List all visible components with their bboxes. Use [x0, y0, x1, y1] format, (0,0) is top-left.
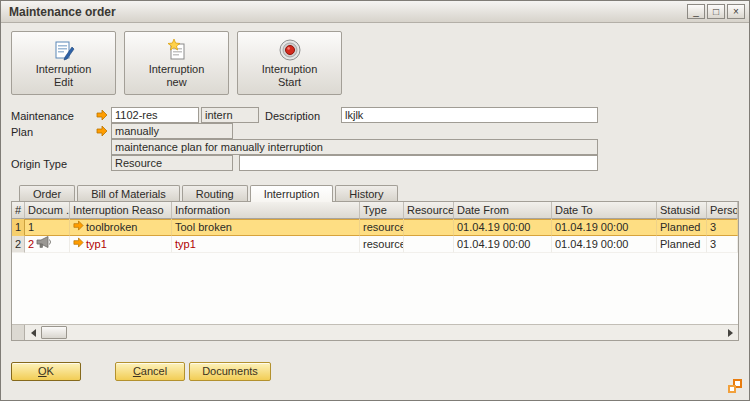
documents-label: Documents — [202, 365, 258, 377]
tab-strip: Order Bill of Materials Routing Interrup… — [19, 185, 400, 202]
plan-field[interactable]: manually — [111, 123, 233, 139]
link-arrow-icon[interactable] — [96, 125, 108, 137]
scroll-right-button[interactable] — [722, 325, 738, 340]
minimize-button[interactable]: _ — [687, 4, 705, 19]
maximize-icon: □ — [713, 7, 719, 17]
maintenance-order-dialog: Maintenance order _ □ × Interruption E — [0, 0, 750, 401]
description-field[interactable]: lkjlk — [341, 107, 598, 123]
date-from-cell[interactable]: 01.04.19 00:00 — [454, 219, 552, 236]
toolbar: Interruption Edit Interruption new — [11, 31, 342, 95]
information-cell[interactable]: typ1 — [172, 236, 360, 253]
column-header[interactable]: Date From — [454, 202, 552, 219]
resize-grip-icon[interactable] — [728, 379, 742, 393]
type-cell[interactable]: resource — [360, 236, 404, 253]
column-header[interactable]: # — [12, 202, 25, 219]
maintenance-code-field[interactable]: 1102-res — [111, 107, 199, 123]
row-number-cell[interactable]: 2 — [12, 236, 25, 253]
button-label-line2: Edit — [54, 76, 73, 89]
interruption-edit-button[interactable]: Interruption Edit — [11, 31, 116, 95]
link-arrow-icon[interactable] — [96, 109, 108, 121]
date-to-cell[interactable]: 01.04.19 00:00 — [552, 236, 657, 253]
scrollbar-corner — [12, 325, 25, 340]
scroll-left-button[interactable] — [25, 325, 41, 340]
button-label-line1: Interruption — [149, 63, 205, 76]
titlebar: Maintenance order _ □ × — [1, 1, 749, 23]
column-header[interactable]: Information — [172, 202, 360, 219]
row-number-cell[interactable]: 1 — [12, 219, 25, 236]
tab-routing[interactable]: Routing — [182, 185, 248, 201]
ok-label-accelerator: O — [38, 365, 47, 377]
document-number: 2 — [28, 236, 34, 253]
resource-cell[interactable] — [404, 219, 454, 236]
tab-bill-of-materials[interactable]: Bill of Materials — [77, 185, 180, 201]
maintenance-label: Maintenance — [11, 110, 74, 122]
button-label-line2: new — [166, 76, 186, 89]
personnel-cell[interactable]: 3 — [707, 236, 738, 253]
megaphone-icon — [36, 236, 52, 253]
type-cell[interactable]: resource — [360, 219, 404, 236]
interruption-reason-cell[interactable]: typ1 — [70, 236, 172, 253]
column-header[interactable]: Statusid — [657, 202, 707, 219]
origin-type-label: Origin Type — [11, 158, 67, 170]
column-header[interactable]: Type — [360, 202, 404, 219]
scrollbar-thumb[interactable] — [41, 326, 67, 339]
tab-order[interactable]: Order — [19, 185, 75, 201]
interruption-reason-cell[interactable]: toolbroken — [70, 219, 172, 236]
close-icon: × — [733, 7, 739, 17]
plan-label: Plan — [11, 126, 33, 138]
date-from-cell[interactable]: 01.04.19 00:00 — [454, 236, 552, 253]
description-label: Description — [265, 110, 320, 122]
button-label-line1: Interruption — [262, 63, 318, 76]
column-header[interactable]: Interruption Reaso — [70, 202, 172, 219]
tab-interruption[interactable]: Interruption — [250, 185, 334, 202]
document-cell[interactable]: 2 — [25, 236, 70, 253]
start-record-icon — [278, 37, 302, 63]
scroll-left-icon — [31, 329, 36, 337]
reason-text: toolbroken — [86, 219, 137, 236]
window-title: Maintenance order — [9, 5, 685, 19]
scroll-right-icon — [728, 329, 733, 337]
table-header-row: # Docum ... Interruption Reaso Informati… — [12, 202, 738, 219]
cancel-label-accelerator: C — [133, 365, 141, 377]
button-label-line1: Interruption — [36, 63, 92, 76]
maximize-button[interactable]: □ — [707, 4, 725, 19]
column-header[interactable]: Date To — [552, 202, 657, 219]
horizontal-scrollbar[interactable] — [12, 324, 738, 340]
column-header[interactable]: Docum ... — [25, 202, 70, 219]
origin-type-field[interactable]: Resource — [111, 155, 233, 171]
tab-history[interactable]: History — [335, 185, 397, 201]
column-header[interactable]: Personn — [707, 202, 738, 219]
status-cell[interactable]: Planned — [657, 236, 707, 253]
table-row[interactable]: 1 1 toolbroken Tool broken resource 01.0… — [12, 219, 738, 236]
interruption-new-button[interactable]: Interruption new — [124, 31, 229, 95]
plan-description-field[interactable]: maintenance plan for manually interrupti… — [111, 139, 598, 155]
resource-cell[interactable] — [404, 236, 454, 253]
ok-button[interactable]: OK — [11, 362, 81, 381]
ok-label: K — [47, 365, 54, 377]
date-to-cell[interactable]: 01.04.19 00:00 — [552, 219, 657, 236]
cancel-label: ancel — [141, 365, 167, 377]
interruption-table: # Docum ... Interruption Reaso Informati… — [11, 201, 739, 341]
cancel-button[interactable]: Cancel — [115, 362, 185, 381]
link-arrow-icon[interactable] — [73, 219, 84, 236]
table-row[interactable]: 2 2 typ1 typ1 — [12, 236, 738, 253]
close-button[interactable]: × — [727, 4, 745, 19]
reason-text: typ1 — [86, 236, 107, 253]
status-cell[interactable]: Planned — [657, 219, 707, 236]
origin-extra-field[interactable] — [239, 155, 598, 171]
button-label-line2: Start — [278, 76, 301, 89]
column-header[interactable]: Resource — [404, 202, 454, 219]
information-cell[interactable]: Tool broken — [172, 219, 360, 236]
documents-button[interactable]: Documents — [189, 362, 271, 381]
new-document-icon — [165, 37, 189, 63]
personnel-cell[interactable]: 3 — [707, 219, 738, 236]
document-cell[interactable]: 1 — [25, 219, 70, 236]
minimize-icon: _ — [693, 7, 699, 17]
maintenance-type-field[interactable]: intern — [201, 107, 259, 123]
edit-document-icon — [52, 37, 76, 63]
interruption-start-button[interactable]: Interruption Start — [237, 31, 342, 95]
link-arrow-icon[interactable] — [73, 236, 84, 253]
